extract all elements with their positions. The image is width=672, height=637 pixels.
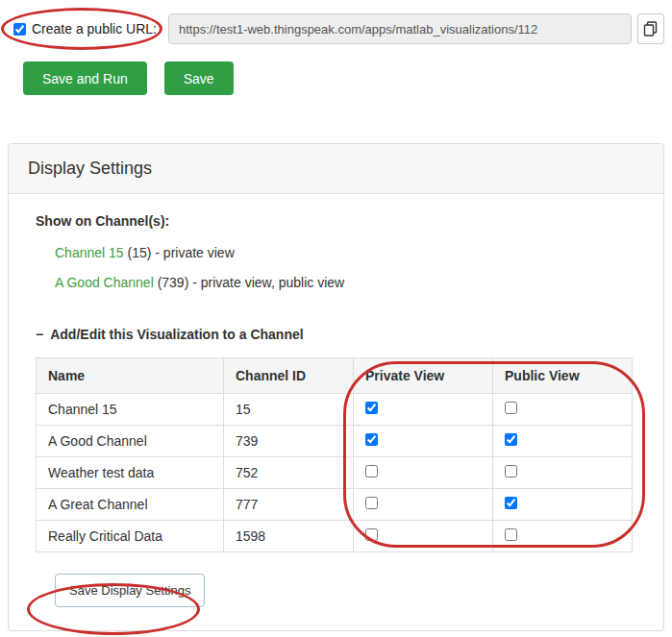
save-display-settings-button[interactable]: Save Display Settings — [55, 574, 205, 607]
table-row: Weather test data 752 — [37, 457, 633, 489]
private-view-checkbox[interactable] — [365, 465, 378, 478]
public-view-checkbox[interactable] — [505, 497, 517, 509]
private-view-checkbox[interactable] — [365, 497, 378, 509]
public-view-cell — [493, 426, 633, 457]
table-row: Really Critical Data 1598 — [37, 521, 633, 552]
public-url-option: Create a public URL: — [13, 21, 157, 37]
public-view-checkbox[interactable] — [505, 402, 517, 414]
public-url-input[interactable] — [168, 13, 632, 44]
url-group — [168, 13, 664, 44]
action-buttons-row: Save and Run Save — [23, 61, 662, 95]
public-url-row: Create a public URL: — [13, 13, 662, 44]
channel-link[interactable]: A Good Channel — [55, 275, 154, 290]
channel-name-cell: Channel 15 — [37, 394, 224, 426]
private-view-cell — [354, 489, 493, 521]
table-row: Channel 15 15 — [37, 394, 633, 426]
public-view-cell — [493, 457, 633, 489]
private-view-checkbox[interactable] — [365, 433, 378, 446]
channel-view-suffix: (739) - private view, public view — [154, 275, 344, 290]
public-view-cell — [493, 394, 633, 426]
channel-link[interactable]: Channel 15 — [55, 245, 124, 260]
public-url-label: Create a public URL: — [32, 21, 157, 37]
channel-id-cell: 1598 — [224, 521, 354, 552]
panel-title: Display Settings — [28, 159, 152, 178]
private-view-checkbox[interactable] — [365, 528, 378, 541]
public-view-checkbox[interactable] — [505, 465, 517, 478]
channel-id-cell: 15 — [224, 394, 354, 426]
public-view-cell — [493, 521, 633, 552]
channel-name-cell: Weather test data — [37, 457, 224, 489]
public-view-checkbox[interactable] — [505, 433, 517, 446]
panel-header: Display Settings — [9, 144, 663, 194]
copy-url-button[interactable] — [637, 13, 664, 44]
private-view-cell — [354, 521, 493, 552]
col-header-private-view: Private View — [354, 358, 493, 394]
col-header-name: Name — [37, 358, 224, 394]
add-edit-label: Add/Edit this Visualization to a Channel — [50, 327, 303, 342]
channel-id-cell: 739 — [224, 426, 354, 457]
table-row: A Good Channel 739 — [37, 426, 633, 457]
channel-name-cell: A Good Channel — [37, 426, 224, 457]
col-header-public-view: Public View — [493, 358, 633, 394]
private-view-checkbox[interactable] — [365, 402, 378, 414]
panel-body: Show on Channel(s): Channel 15 (15) - pr… — [9, 194, 663, 630]
matlab-visualization-settings-page: Create a public URL: Save and Run Save — [0, 0, 672, 637]
channel-name-cell: A Great Channel — [37, 489, 224, 521]
display-settings-panel: Display Settings Show on Channel(s): Cha… — [8, 143, 664, 631]
private-view-cell — [354, 457, 493, 489]
save-button[interactable]: Save — [164, 61, 234, 95]
list-item: A Good Channel (739) - private view, pub… — [55, 268, 636, 298]
top-section: Create a public URL: Save and Run Save — [0, 0, 672, 95]
save-and-run-button[interactable]: Save and Run — [23, 61, 147, 95]
show-on-channels-label: Show on Channel(s): — [36, 213, 636, 229]
private-view-cell — [354, 394, 493, 426]
channel-name-cell: Really Critical Data — [37, 521, 224, 552]
col-header-channel-id: Channel ID — [224, 358, 354, 394]
public-view-cell — [493, 489, 633, 521]
channel-id-cell: 777 — [224, 489, 354, 521]
table-header-row: Name Channel ID Private View Public View — [37, 358, 633, 394]
private-view-cell — [354, 426, 493, 457]
collapse-minus-icon: − — [36, 327, 43, 342]
channel-view-suffix: (15) - private view — [124, 245, 235, 260]
channel-id-cell: 752 — [224, 457, 354, 489]
public-view-checkbox[interactable] — [505, 528, 517, 541]
public-url-checkbox[interactable] — [13, 23, 26, 36]
channels-table: Name Channel ID Private View Public View… — [36, 357, 633, 552]
add-edit-section-header[interactable]: −Add/Edit this Visualization to a Channe… — [36, 327, 636, 342]
table-row: A Great Channel 777 — [37, 489, 633, 521]
clipboard-icon — [643, 21, 658, 37]
list-item: Channel 15 (15) - private view — [55, 238, 636, 268]
